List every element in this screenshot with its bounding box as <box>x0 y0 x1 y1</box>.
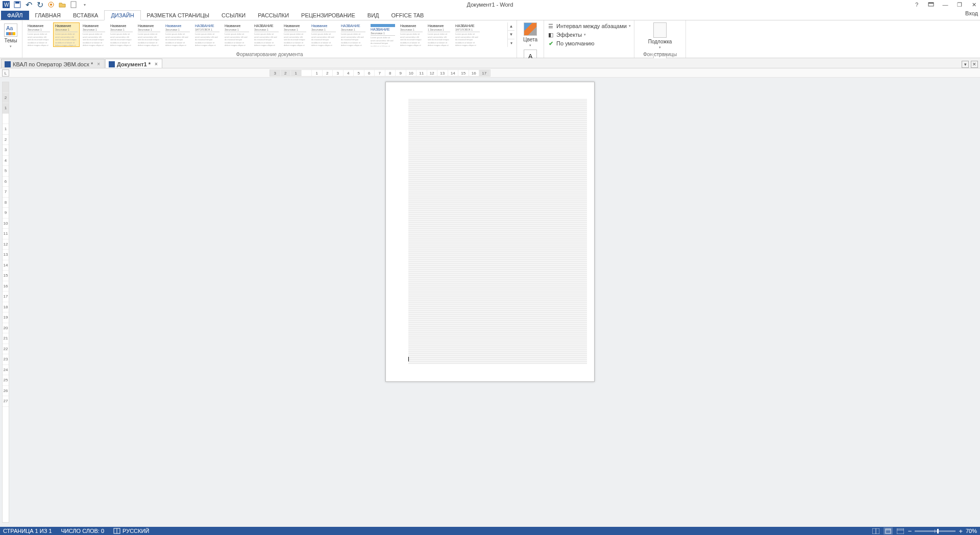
ribbon-tabs: ФАЙЛГЛАВНАЯВСТАВКАДИЗАЙНРАЗМЕТКА СТРАНИЦ… <box>0 9 980 20</box>
colors-label: Цвета <box>523 37 537 42</box>
document-tab[interactable]: КВАЛ по Оператор ЭВМ.docx *× <box>1 59 105 68</box>
effects-button[interactable]: ◧ Эффекты ▾ <box>547 31 631 38</box>
colors-button[interactable]: Цвета ▾ <box>520 22 541 47</box>
close-tab-icon[interactable]: × <box>97 61 100 67</box>
ribbon-tab-дизайн[interactable]: ДИЗАЙН <box>104 10 140 20</box>
chevron-down-icon: ▾ <box>584 33 586 37</box>
style-set-thumb[interactable]: НазваниеЗаголовок 1Lorem ipsum dolor sit… <box>81 22 107 47</box>
doc-tabs-close-icon[interactable]: ✕ <box>971 61 978 68</box>
style-set-thumb[interactable]: НАЗВАНИЕЗАГОЛОВОК 1Lorem ipsum dolor sit… <box>453 22 482 47</box>
gallery-down-icon[interactable]: ▼ <box>508 31 514 39</box>
touch-mode-icon[interactable] <box>47 1 55 9</box>
web-layout-icon[interactable] <box>896 527 905 534</box>
undo-icon[interactable]: ↶ <box>24 1 33 9</box>
ribbon-tab-вид[interactable]: ВИД <box>361 11 385 20</box>
qat-more-icon[interactable]: ▾ <box>81 1 89 9</box>
effects-icon: ◧ <box>547 31 554 38</box>
zoom-in-icon[interactable]: + <box>959 527 963 535</box>
doc-tab-label: КВАЛ по Оператор ЭВМ.docx * <box>13 61 93 67</box>
ribbon-tab-рецензирование[interactable]: РЕЦЕНЗИРОВАНИЕ <box>295 11 361 20</box>
document-tab[interactable]: Документ1 *× <box>105 59 162 68</box>
set-default-button[interactable]: ✔ По умолчанию <box>547 40 631 47</box>
title-bar: W ↶ ↻ ▾ Документ1 - Word ? — ❐ ✕ <box>0 0 980 9</box>
colors-icon <box>524 22 537 36</box>
read-mode-icon[interactable] <box>871 527 880 534</box>
style-set-thumb[interactable]: НазваниеЗаголовок 1Lorem ipsum dolor sit… <box>282 22 308 47</box>
word-doc-icon <box>5 61 11 67</box>
svg-rect-13 <box>886 529 891 533</box>
gallery-up-icon[interactable]: ▲ <box>508 22 514 31</box>
chevron-down-icon: ▾ <box>10 44 12 48</box>
gallery-more-icon[interactable]: ▾ <box>508 39 514 47</box>
svg-point-5 <box>50 4 52 6</box>
style-set-thumb[interactable]: НАЗВАНИЕЗаголовок 1Lorem ipsum dolor sit… <box>369 22 397 47</box>
language-indicator[interactable]: РУССКИЙ <box>113 528 149 534</box>
style-set-thumb[interactable]: Название1 Заголовок 1Lorem ipsum dolor s… <box>426 22 452 47</box>
doc-tabs-menu-icon[interactable]: ▾ <box>962 61 969 68</box>
save-icon[interactable] <box>13 1 21 9</box>
check-icon: ✔ <box>547 40 554 47</box>
watermark-button[interactable]: Подложка ▾ <box>640 22 680 50</box>
style-set-thumb[interactable]: НазваниеЗаголовок 1Lorem ipsum dolor sit… <box>398 22 425 47</box>
style-set-thumb[interactable]: НазваниеЗаголовок 1Lorem ipsum dolor sit… <box>163 22 192 47</box>
horizontal-ruler[interactable]: 3211234567891011121314151617 <box>270 69 491 77</box>
spacing-label: Интервал между абзацами <box>556 23 627 29</box>
page-background-group: Подложка ▾ Цвет страницы ▾ Границы стран… <box>634 20 686 58</box>
ribbon-tab-вставка[interactable]: ВСТАВКА <box>67 11 104 20</box>
minimize-icon[interactable]: — <box>941 1 949 9</box>
paragraph-spacing-button[interactable]: ☰ Интервал между абзацами ▾ <box>547 22 631 30</box>
style-set-thumb[interactable]: НазваниеЗаголовок 1Lorem ipsum dolor sit… <box>223 22 251 47</box>
svg-rect-15 <box>897 528 904 534</box>
page-bg-label: Фон страницы <box>634 52 685 57</box>
style-set-thumb[interactable]: НазваниеЗаголовок 1Lorem ipsum dolor sit… <box>136 22 162 47</box>
zoom-out-icon[interactable]: − <box>908 527 912 535</box>
style-set-thumb[interactable]: НазваниеЗаголовок 1Lorem ipsum dolor sit… <box>108 22 135 47</box>
ribbon-options-icon[interactable] <box>927 1 935 9</box>
ribbon-tab-office-tab[interactable]: OFFICE TAB <box>385 11 430 20</box>
zoom-level[interactable]: 70% <box>966 528 977 534</box>
vertical-ruler[interactable]: 2112345678910111213141516171819202122232… <box>2 82 9 523</box>
ribbon-tab-главная[interactable]: ГЛАВНАЯ <box>29 11 67 20</box>
ribbon-tab-разметка-страницы[interactable]: РАЗМЕТКА СТРАНИЦЫ <box>141 11 215 20</box>
colors-fonts-group: Цвета ▾ A Шрифты ▾ <box>517 20 544 58</box>
style-set-thumb[interactable]: НазваниеЗАГОЛОВОК 1Lorem ipsum dolor sit… <box>193 22 222 47</box>
close-icon[interactable]: ✕ <box>970 1 978 9</box>
style-set-thumb[interactable]: НазваниеЗаголовок 1Lorem ipsum dolor sit… <box>53 22 80 47</box>
spacing-group: ☰ Интервал между абзацами ▾ ◧ Эффекты ▾ … <box>544 20 634 58</box>
quick-access-toolbar: W ↶ ↻ ▾ <box>0 1 89 9</box>
doc-formatting-label: Форматирование документа <box>22 52 517 57</box>
page-indicator[interactable]: СТРАНИЦА 1 ИЗ 1 <box>3 528 52 534</box>
svg-text:W: W <box>4 2 9 8</box>
style-set-thumb[interactable]: НазваниеЗаголовок 1Lorem ipsum dolor sit… <box>309 22 338 47</box>
style-set-thumb[interactable]: НАЗВАНИЕЗаголовок 1Lorem ipsum dolor sit… <box>252 22 281 47</box>
help-icon[interactable]: ? <box>913 1 921 9</box>
themes-icon <box>4 23 17 37</box>
print-layout-icon[interactable] <box>884 527 893 534</box>
new-icon[interactable] <box>69 1 78 9</box>
ribbon-tab-файл[interactable]: ФАЙЛ <box>1 11 29 20</box>
ribbon-tab-рассылки[interactable]: РАССЫЛКИ <box>252 11 295 20</box>
ribbon-tab-ссылки[interactable]: ССЫЛКИ <box>215 11 252 20</box>
redo-icon[interactable]: ↻ <box>36 1 44 9</box>
style-set-thumb[interactable]: НазваниеЗаголовок 1Lorem ipsum dolor sit… <box>26 22 52 47</box>
close-tab-icon[interactable]: × <box>155 61 158 67</box>
chevron-down-icon: ▾ <box>659 45 661 50</box>
style-set-thumb[interactable]: НАЗВАНИЕЗаголовок 1Lorem ipsum dolor sit… <box>339 22 368 47</box>
word-doc-icon <box>109 61 115 67</box>
zoom-slider[interactable] <box>915 530 955 532</box>
spacing-icon: ☰ <box>547 22 554 30</box>
word-count[interactable]: ЧИСЛО СЛОВ: 0 <box>61 528 105 534</box>
tab-selector[interactable]: L <box>2 69 9 77</box>
themes-button[interactable]: Темы ▾ <box>2 21 19 48</box>
themes-group: Темы ▾ <box>0 20 22 58</box>
sign-in-link[interactable]: Вход <box>965 10 978 16</box>
book-icon <box>113 528 120 534</box>
gallery-scroll: ▲ ▼ ▾ <box>507 22 514 47</box>
open-icon[interactable] <box>58 1 66 9</box>
text-cursor <box>408 357 409 361</box>
doc-tab-label: Документ1 * <box>117 61 151 67</box>
document-page[interactable] <box>385 82 595 382</box>
document-tab-strip: КВАЛ по Оператор ЭВМ.docx *×Документ1 *×… <box>0 58 980 68</box>
svg-rect-6 <box>71 2 76 8</box>
restore-icon[interactable]: ❐ <box>955 1 964 9</box>
